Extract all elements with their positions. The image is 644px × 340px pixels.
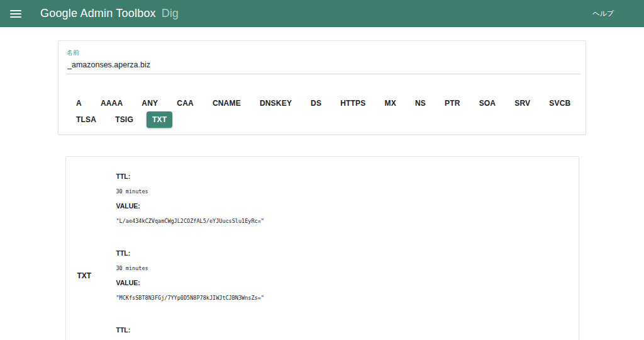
ttl-label: TTL: — [116, 323, 579, 338]
record-type-button-cname[interactable]: CNAME — [207, 95, 247, 111]
help-link[interactable]: ヘルプ — [592, 9, 614, 18]
record-type-button-https[interactable]: HTTPS — [335, 95, 371, 111]
record-type-label: TXT — [77, 271, 92, 280]
ttl-label: TTL: — [116, 246, 579, 261]
menu-button[interactable] — [10, 6, 25, 21]
header-bar: Google Admin Toolbox Dig ヘルプ — [0, 0, 644, 27]
record-type-button-mx[interactable]: MX — [379, 95, 402, 111]
record-block: TTL:30 minutesVALUE:"MCKfsSBT8N3FGj/7YYp… — [116, 246, 579, 305]
record-type-button-ptr[interactable]: PTR — [439, 95, 466, 111]
hamburger-icon — [10, 10, 21, 11]
value-text: "MCKfsSBT8N3FGj/7YYp0D5N8P78kJIWJtCJBN3W… — [116, 291, 579, 306]
app-title: Google Admin Toolbox — [40, 7, 156, 20]
query-card: 名前 AAAAAANYCAACNAMEDNSKEYDSHTTPSMXNSPTRS… — [58, 40, 586, 135]
record-block: TTL:30 minutes — [116, 323, 579, 340]
record-type-button-ds[interactable]: DS — [305, 95, 327, 111]
record-type-button-tsig[interactable]: TSIG — [109, 111, 139, 128]
ttl-label: TTL: — [116, 169, 579, 184]
record-type-button-soa[interactable]: SOA — [474, 95, 502, 111]
value-text: "L/ae434kCZVqamCWgJL2COZfAL5/eYJUucsSlu1… — [116, 214, 579, 229]
value-label: VALUE: — [116, 276, 579, 291]
record-type-button-a[interactable]: A — [70, 95, 87, 111]
app-subtitle: Dig — [162, 7, 179, 20]
ttl-value: 30 minutes — [116, 338, 579, 340]
record-type-buttons: AAAAAANYCAACNAMEDNSKEYDSHTTPSMXNSPTRSOAS… — [67, 95, 577, 128]
results-card: TXT TTL:30 minutesVALUE:"L/ae434kCZVqamC… — [65, 156, 579, 340]
record-block: TTL:30 minutesVALUE:"L/ae434kCZVqamCWgJL… — [116, 169, 579, 229]
record-type-button-tlsa[interactable]: TLSA — [70, 111, 102, 128]
ttl-value: 30 minutes — [116, 184, 579, 200]
name-field-label: 名前 — [67, 48, 577, 57]
record-type-button-ns[interactable]: NS — [409, 95, 431, 111]
record-type-button-svcb[interactable]: SVCB — [543, 95, 576, 111]
record-type-cell: TXT — [66, 157, 116, 340]
record-type-button-dnskey[interactable]: DNSKEY — [254, 95, 297, 111]
name-input[interactable] — [67, 59, 580, 74]
record-type-button-aaaa[interactable]: AAAA — [95, 95, 128, 111]
value-label: VALUE: — [116, 199, 579, 214]
records-list: TTL:30 minutesVALUE:"L/ae434kCZVqamCWgJL… — [116, 157, 579, 340]
ttl-value: 30 minutes — [116, 261, 579, 276]
record-type-button-caa[interactable]: CAA — [171, 95, 199, 111]
record-type-button-any[interactable]: ANY — [136, 95, 164, 111]
record-type-button-txt[interactable]: TXT — [147, 111, 172, 128]
record-type-button-srv[interactable]: SRV — [509, 95, 536, 111]
